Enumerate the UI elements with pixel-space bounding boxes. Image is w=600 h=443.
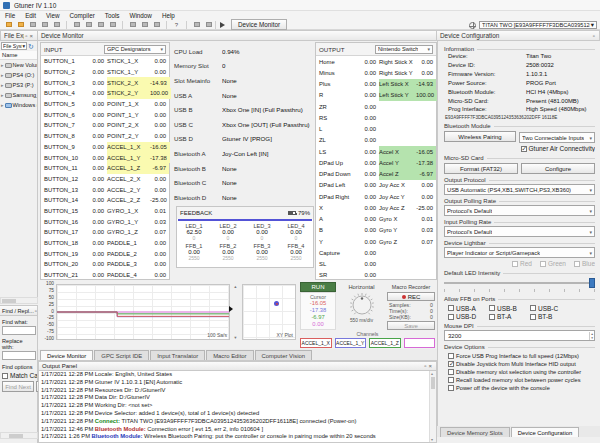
wireless-pairing-button[interactable]: Wireless Pairing xyxy=(444,131,516,142)
option-checkbox[interactable] xyxy=(448,361,454,367)
info-label: Firmware Version: xyxy=(448,70,526,79)
slider-handle[interactable] xyxy=(589,278,595,288)
file-explorer-hscrollbar[interactable] xyxy=(0,297,38,304)
replace-input[interactable] xyxy=(2,351,36,360)
tree-item-windows-c-[interactable]: ▸Windows (C:) xyxy=(0,100,37,110)
download-slot-icon[interactable] xyxy=(192,21,201,29)
option-checkbox[interactable] xyxy=(448,353,454,359)
input-name: BUTTON_20 xyxy=(44,261,82,267)
gtuner-air-checkbox[interactable] xyxy=(521,146,527,152)
tab-input-translator[interactable]: Input Translator xyxy=(150,350,205,360)
bt-b-checkbox[interactable] xyxy=(530,314,536,320)
upload-slot-icon[interactable] xyxy=(204,21,213,29)
tree-item-ps4-o-[interactable]: ▸PS4 (O:) xyxy=(0,70,37,80)
option-checkbox[interactable] xyxy=(448,369,454,375)
run-button[interactable]: RUN xyxy=(300,282,336,292)
input-name: BUTTON_6 xyxy=(44,112,82,118)
match-case-checkbox[interactable] xyxy=(2,373,8,379)
expand-icon[interactable]: ▸ xyxy=(1,102,4,108)
link-icon[interactable] xyxy=(72,21,81,29)
new-file-icon[interactable] xyxy=(4,21,13,29)
spinner-arrows-icon[interactable]: ▴▾ xyxy=(589,332,594,340)
revert-icon[interactable] xyxy=(52,21,61,29)
channel-ACCEL_1_Y[interactable]: ACCEL_1_Y xyxy=(335,338,367,348)
bt-a-checkbox[interactable] xyxy=(489,314,495,320)
menu-help[interactable]: Help xyxy=(157,12,180,19)
save-icon[interactable] xyxy=(28,21,37,29)
tab-macro-editor[interactable]: Macro Editor xyxy=(206,350,253,360)
output-protocol-dropdown[interactable]: USB Automatic (PS4,XB1,SWITCH,PS3,XB360)… xyxy=(444,184,595,195)
scope-scroll-strip[interactable]: ▴▾ xyxy=(231,284,240,340)
usb-b-checkbox[interactable] xyxy=(489,305,495,311)
tree-item-samsung-t5[interactable]: ▸Samsung_T5 xyxy=(0,90,37,100)
connectable-inputs-dropdown[interactable]: Two Connectable Inputs▾ xyxy=(519,132,595,143)
menu-tools[interactable]: Tools xyxy=(100,12,125,19)
paste-icon[interactable] xyxy=(108,21,117,29)
expand-icon[interactable]: ▸ xyxy=(1,92,4,98)
usb-c-checkbox[interactable] xyxy=(530,305,536,311)
scope-plot[interactable]: 100 Sa/s xyxy=(56,284,230,340)
find-replace-icon[interactable] xyxy=(152,21,161,29)
channel-ACCEL_1_X[interactable]: ACCEL_1_X xyxy=(300,338,332,348)
find-next-button[interactable]: Find Next xyxy=(2,381,34,392)
float-icon[interactable]: ▫ xyxy=(34,308,37,314)
save-button[interactable]: Save xyxy=(387,321,435,330)
menu-edit[interactable]: Edit xyxy=(20,12,41,19)
input-polling-rate-dropdown[interactable]: Protocol's Default▾ xyxy=(444,226,595,237)
option-checkbox[interactable] xyxy=(448,385,454,391)
expand-icon[interactable]: ▸ xyxy=(1,62,4,68)
device-lightbar-dropdown[interactable]: Player Indicator or Script/Gamepack▾ xyxy=(444,247,595,258)
tab-computer-vision[interactable]: Computer Vision xyxy=(255,350,312,360)
usb-a-checkbox[interactable] xyxy=(448,305,454,311)
format-button[interactable]: Format (FAT32) xyxy=(444,163,518,174)
tab-device-memory-slots[interactable]: Device Memory Slots xyxy=(440,427,510,437)
y-tick: -25 xyxy=(47,315,54,320)
device-selector-dropdown[interactable]: TITAN TWO [E93A9FFFF7F3DBCA0395124353636… xyxy=(479,21,597,29)
tree-item-ps3-p-[interactable]: ▸PS3 (P:) xyxy=(0,80,37,90)
option-checkbox[interactable] xyxy=(448,377,454,383)
menu-compiler[interactable]: Compiler xyxy=(65,12,100,19)
stat-label: Size(KB): xyxy=(389,314,411,320)
menu-file[interactable]: File xyxy=(0,12,20,19)
channel-empty[interactable] xyxy=(404,338,436,348)
device-monitor-toolbar-button[interactable]: Device Monitor xyxy=(231,19,287,30)
close-icon[interactable]: × xyxy=(427,363,433,369)
output-row: DPad Left0.00Joy Acc X0.00 xyxy=(316,180,436,191)
device-target-icon[interactable] xyxy=(469,22,476,29)
tab-device-monitor[interactable]: Device Monitor xyxy=(40,350,93,360)
output-polling-rate-dropdown[interactable]: Protocol's Default▾ xyxy=(444,205,595,216)
copy-icon[interactable] xyxy=(96,21,105,29)
menu-view[interactable]: View xyxy=(41,12,65,19)
channel-ACCEL_1_Z[interactable]: ACCEL_1_Z xyxy=(369,338,401,348)
tab-device-configuration[interactable]: Device Configuration xyxy=(511,427,580,437)
menu-window[interactable]: Window xyxy=(124,12,156,19)
xy-plot[interactable]: XY Plot xyxy=(242,284,296,340)
close-icon[interactable]: × xyxy=(28,33,34,39)
tree-item-new-volume[interactable]: ▸New Volume xyxy=(0,60,37,70)
output-protocol-dropdown[interactable]: Nintendo Switch▾ xyxy=(375,45,433,54)
trigger-marker[interactable] xyxy=(229,306,233,312)
undo-icon[interactable] xyxy=(128,21,137,29)
log-vscrollbar[interactable]: ▴▾ xyxy=(429,371,436,442)
find-panel-hscrollbar[interactable] xyxy=(0,432,38,439)
cut-icon[interactable] xyxy=(84,21,93,29)
gpc-designators-dropdown[interactable]: GPC Designators▾ xyxy=(104,45,166,54)
usb-d-checkbox[interactable] xyxy=(448,314,454,320)
open-file-icon[interactable] xyxy=(16,21,25,29)
float-icon[interactable]: ▫ xyxy=(592,33,596,39)
file-system-dropdown[interactable]: File System▾ xyxy=(1,42,27,50)
rec-button[interactable]: REC xyxy=(387,292,435,301)
run-icon[interactable] xyxy=(218,21,227,29)
refresh-icon[interactable]: ↻ xyxy=(28,43,34,50)
led-intensity-slider[interactable] xyxy=(444,278,595,288)
mouse-dpi-spinbox[interactable]: 3200 ▴▾ xyxy=(444,330,595,341)
tab-gpc-script-ide[interactable]: GPC Script IDE xyxy=(94,350,149,360)
expand-icon[interactable]: ▸ xyxy=(1,82,4,88)
configure-button[interactable]: Configure xyxy=(521,163,595,174)
find-input[interactable] xyxy=(2,326,36,335)
save-all-icon[interactable] xyxy=(40,21,49,29)
redo-icon[interactable] xyxy=(140,21,149,29)
timebase-knob[interactable] xyxy=(349,292,375,318)
help-icon[interactable]: ? xyxy=(172,21,181,29)
expand-icon[interactable]: ▸ xyxy=(1,72,4,78)
